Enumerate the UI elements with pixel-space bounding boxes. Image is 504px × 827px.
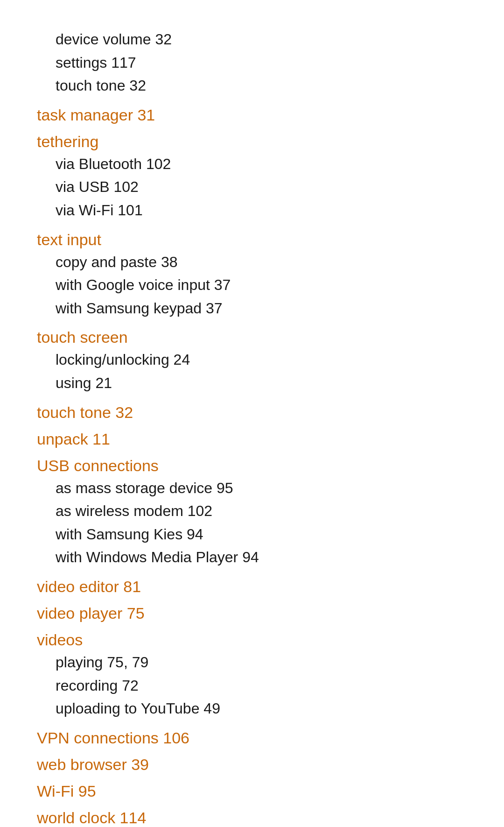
index-heading: Wi-Fi 95	[37, 782, 467, 800]
index-sub-entry: with Windows Media Player 94	[37, 546, 467, 569]
index-heading: web browser 39	[37, 756, 467, 774]
index-heading: touch tone 32	[37, 403, 467, 422]
index-sub-entry: with Samsung keypad 37	[37, 297, 467, 320]
index-heading: task manager 31	[37, 106, 467, 124]
index-heading: touch screen	[37, 328, 467, 346]
index-heading: video player 75	[37, 604, 467, 622]
index-sub-entry: as wireless modem 102	[37, 500, 467, 523]
index-heading: video editor 81	[37, 578, 467, 596]
index-sub-entry: as mass storage device 95	[37, 477, 467, 500]
page-content: device volume 32settings 117touch tone 3…	[0, 0, 504, 827]
index-sub-entry: with Samsung Kies 94	[37, 523, 467, 546]
index-sub-entry: device volume 32	[37, 28, 467, 51]
index-sub-entry: using 21	[37, 372, 467, 395]
index-heading: USB connections	[37, 457, 467, 475]
index-sub-entry: playing 75, 79	[37, 651, 467, 674]
index-sub-entry: uploading to YouTube 49	[37, 697, 467, 721]
index-sub-entry: touch tone 32	[37, 74, 467, 98]
index-sub-entry: copy and paste 38	[37, 251, 467, 274]
index-heading: VPN connections 106	[37, 729, 467, 747]
index-sub-entry: settings 117	[37, 51, 467, 75]
index-heading: videos	[37, 631, 467, 649]
index-sub-entry: via Bluetooth 102	[37, 153, 467, 176]
index-heading: tethering	[37, 133, 467, 151]
index-sub-entry: locking/unlocking 24	[37, 348, 467, 372]
index-sub-entry: recording 72	[37, 674, 467, 698]
index-sub-entry: with Google voice input 37	[37, 274, 467, 297]
index-heading: text input	[37, 231, 467, 249]
index-heading: world clock 114	[37, 809, 467, 827]
index-sub-entry: via USB 102	[37, 176, 467, 199]
index-sub-entry: via Wi-Fi 101	[37, 199, 467, 222]
index-heading: unpack 11	[37, 430, 467, 448]
